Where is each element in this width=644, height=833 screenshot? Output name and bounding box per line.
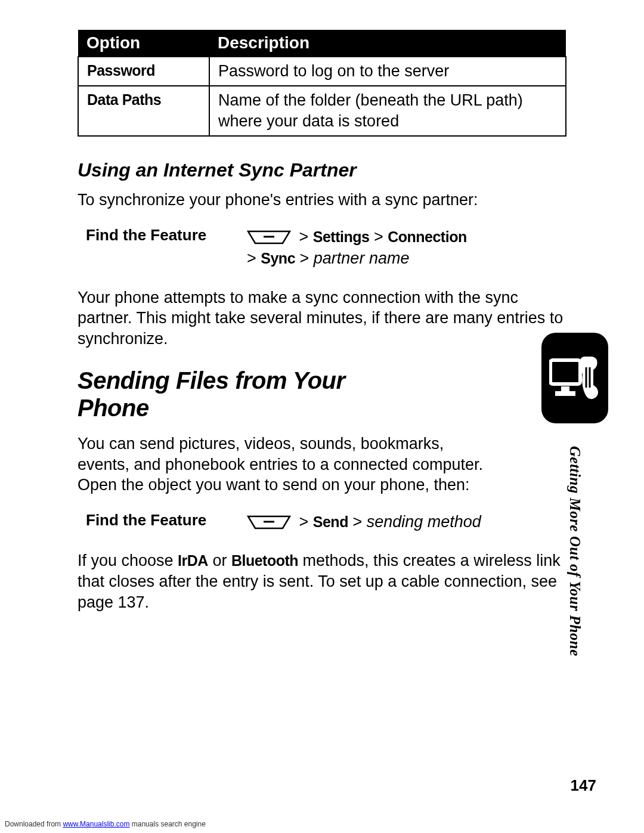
menu-key-icon — [247, 515, 291, 529]
path-sync: Sync — [261, 250, 295, 267]
manualslib-link[interactable]: www.Manualslib.com — [63, 820, 129, 828]
col-header-option: Option — [78, 30, 209, 57]
find-feature-row: Find the Feature > Settings > Connection… — [86, 226, 566, 270]
menu-key-icon — [247, 230, 291, 244]
path-partner-name: partner name — [314, 249, 410, 267]
svg-rect-2 — [550, 360, 580, 384]
path-sep: > — [295, 249, 314, 267]
path-sep: > — [247, 249, 261, 267]
feature-path: > Send > sending method — [247, 511, 481, 532]
find-feature-row: Find the Feature > Send > sending method — [86, 511, 566, 532]
svg-rect-4 — [555, 391, 575, 396]
path-sep: > — [348, 513, 367, 531]
computer-phone-icon — [549, 357, 600, 400]
svg-rect-3 — [561, 386, 569, 391]
path-sep: > — [295, 513, 313, 531]
path-connection: Connection — [388, 228, 467, 245]
side-tab — [541, 333, 608, 423]
page-number: 147 — [571, 776, 596, 795]
path-send: Send — [313, 513, 348, 530]
bluetooth-text: Bluetooth — [231, 552, 298, 569]
sync-after: Your phone attempts to make a sync conne… — [78, 287, 566, 349]
find-feature-label: Find the Feature — [86, 226, 247, 244]
send-intro: You can send pictures, videos, sounds, b… — [78, 433, 495, 496]
path-sep: > — [295, 228, 313, 246]
path-sep: > — [369, 228, 388, 246]
download-footer: Downloaded from www.Manualslib.com manua… — [5, 820, 206, 828]
side-tab-badge — [541, 333, 608, 423]
section-side-label: Getting More Out of Your Phone — [566, 446, 583, 657]
description-cell: Name of the folder (beneath the URL path… — [209, 86, 566, 136]
feature-path: > Settings > Connection > Sync > partner… — [247, 226, 467, 270]
option-cell: Data Paths — [78, 86, 209, 136]
section-heading-sending-files: Sending Files from Your Phone — [78, 367, 411, 422]
path-settings: Settings — [313, 228, 370, 245]
path-sending-method: sending method — [367, 513, 481, 531]
options-table: Option Description Password Password to … — [78, 30, 566, 137]
option-cell: Password — [78, 57, 209, 86]
subheading-sync-partner: Using an Internet Sync Partner — [78, 159, 566, 181]
table-row: Data Paths Name of the folder (beneath t… — [78, 86, 566, 136]
find-feature-label: Find the Feature — [86, 511, 247, 529]
irda-text: IrDA — [178, 552, 208, 569]
table-row: Password Password to log on to the serve… — [78, 57, 566, 86]
description-cell: Password to log on to the server — [209, 57, 566, 86]
send-after: If you choose IrDA or Bluetooth methods,… — [78, 550, 561, 612]
sync-intro: To synchronize your phone's entries with… — [78, 190, 566, 210]
col-header-description: Description — [209, 30, 566, 57]
